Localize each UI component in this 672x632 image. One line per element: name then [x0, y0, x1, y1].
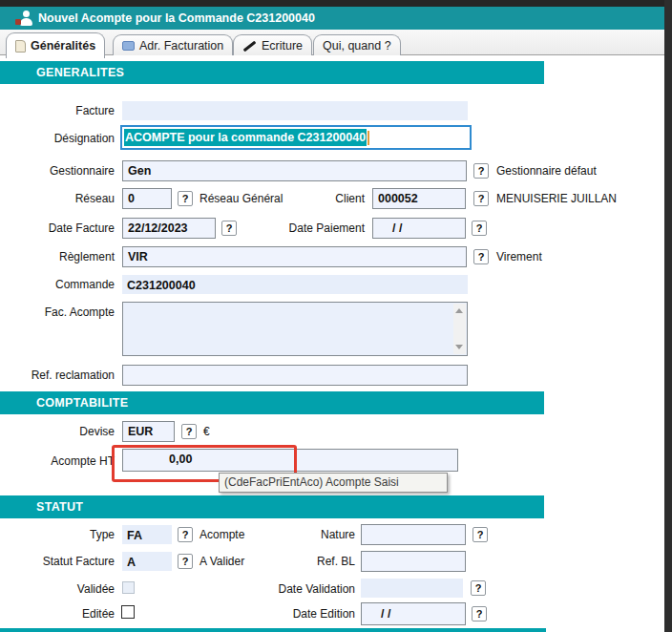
nature-label: Nature: [241, 528, 355, 541]
tab-label: Ecriture: [262, 39, 303, 53]
ref-reclamation-field[interactable]: [122, 365, 468, 386]
client-label: Client: [250, 192, 365, 205]
form-content: GENERALITES Facture Désignation ACOMPTE …: [0, 55, 664, 632]
date-validation-field: [361, 579, 463, 598]
date-validation-label: Date Validation: [241, 582, 355, 596]
designation-selected-text: ACOMPTE pour la commande C231200040: [124, 129, 367, 146]
acompte-tooltip: (CdeFacPriEntAco) Acompte Saisi: [219, 473, 448, 493]
client-help-button[interactable]: ?: [473, 191, 489, 206]
facture-label: Facture: [0, 104, 115, 117]
tab-ecriture[interactable]: Ecriture: [233, 34, 312, 56]
statut-facture-help-button[interactable]: ?: [178, 554, 193, 569]
section-header-generalites: GENERALITES: [0, 61, 544, 84]
user-icon-head: [23, 11, 30, 17]
user-icon-body: [20, 18, 32, 26]
tab-label: Qui, quand ?: [323, 39, 391, 53]
reseau-field[interactable]: 0: [122, 188, 172, 209]
next-section-bar: [0, 628, 546, 632]
client-field[interactable]: 000052: [372, 188, 466, 209]
editee-checkbox[interactable]: [121, 605, 135, 619]
tab-qui-quand[interactable]: Qui, quand ?: [313, 34, 401, 56]
ref-bl-label: Ref. BL: [241, 555, 355, 568]
date-facture-field[interactable]: 22/12/2023: [122, 218, 216, 239]
tab-label: Adr. Facturation: [139, 39, 223, 53]
type-suffix: Acompte: [200, 528, 244, 541]
section-header-comptabilite: COMPTABILITE: [0, 391, 544, 414]
gestionnaire-label: Gestionnaire: [0, 164, 115, 178]
validee-label: Validée: [0, 582, 115, 596]
scroll-down-icon[interactable]: [455, 345, 463, 349]
text-cursor: [368, 131, 369, 145]
client-suffix: MENUISERIE JUILLAN: [496, 192, 617, 205]
gestionnaire-help-button[interactable]: ?: [473, 163, 489, 179]
window-frame-right: [664, 0, 672, 632]
note-icon: [15, 40, 26, 53]
date-paiement-label: Date Paiement: [250, 221, 365, 235]
titlebar: Nouvel Acompte pour la Commande C2312000…: [0, 7, 664, 30]
tab-label: Généralités: [31, 39, 95, 53]
nature-help-button[interactable]: ?: [472, 527, 488, 542]
window-title: Nouvel Acompte pour la Commande C2312000…: [38, 7, 315, 30]
designation-field[interactable]: ACOMPTE pour la commande C231200040: [120, 125, 472, 150]
devise-field[interactable]: EUR: [122, 421, 175, 442]
date-edition-help-button[interactable]: ?: [472, 606, 487, 621]
tab-generalites[interactable]: Généralités: [6, 32, 105, 58]
reseau-label: Réseau: [0, 192, 115, 205]
fac-acompte-textarea[interactable]: [122, 302, 468, 356]
reglement-help-button[interactable]: ?: [473, 249, 489, 264]
date-edition-field[interactable]: / /: [361, 602, 466, 625]
commande-label: Commande: [0, 278, 115, 291]
reglement-field[interactable]: VIR: [122, 246, 467, 267]
statut-facture-label: Statut Facture: [0, 555, 115, 568]
facture-field[interactable]: [122, 101, 468, 120]
devise-label: Devise: [0, 425, 115, 438]
date-validation-help-button[interactable]: ?: [471, 580, 486, 596]
ref-reclamation-label: Ref. reclamation: [0, 369, 115, 382]
date-edition-label: Date Edition: [241, 607, 355, 621]
date-facture-label: Date Facture: [0, 221, 115, 235]
reglement-label: Règlement: [0, 250, 115, 263]
user-icon: [15, 11, 32, 26]
folder-icon: [122, 41, 135, 51]
editee-label: Editée: [0, 607, 115, 621]
acompte-ht-label: Acompte HT: [0, 454, 115, 468]
scrollbar[interactable]: [453, 304, 466, 354]
statut-facture-suffix: A Valider: [200, 555, 244, 568]
nature-field[interactable]: [361, 524, 466, 545]
scroll-up-icon[interactable]: [455, 308, 463, 313]
ref-bl-field[interactable]: [361, 551, 466, 572]
date-paiement-field[interactable]: / /: [372, 218, 466, 239]
type-field: FA: [122, 525, 172, 544]
date-paiement-help-button[interactable]: ?: [472, 221, 487, 236]
app-window: Nouvel Acompte pour la Commande C2312000…: [0, 0, 672, 632]
devise-suffix: €: [203, 425, 210, 438]
section-header-statut: STATUT: [0, 495, 544, 518]
gestionnaire-field[interactable]: Gen: [122, 160, 467, 181]
tab-adr-facturation[interactable]: Adr. Facturation: [113, 34, 233, 56]
reglement-suffix: Virement: [496, 250, 542, 263]
validee-checkbox: [122, 581, 135, 594]
reseau-help-button[interactable]: ?: [178, 191, 193, 206]
window-frame-top: [0, 0, 672, 7]
fac-acompte-label: Fac. Acompte: [0, 305, 115, 319]
statut-facture-field: A: [122, 552, 172, 571]
user-icon-accent: [15, 19, 21, 25]
tab-bar: Généralités Adr. Facturation Ecriture Qu…: [0, 30, 664, 55]
gestionnaire-suffix: Gestionnaire défaut: [496, 164, 597, 178]
pencil-icon: [243, 40, 257, 52]
commande-field: C231200040: [122, 275, 468, 294]
devise-help-button[interactable]: ?: [181, 424, 197, 439]
type-label: Type: [0, 528, 115, 541]
date-facture-help-button[interactable]: ?: [221, 221, 237, 236]
designation-label: Désignation: [0, 132, 115, 145]
type-help-button[interactable]: ?: [178, 527, 193, 542]
